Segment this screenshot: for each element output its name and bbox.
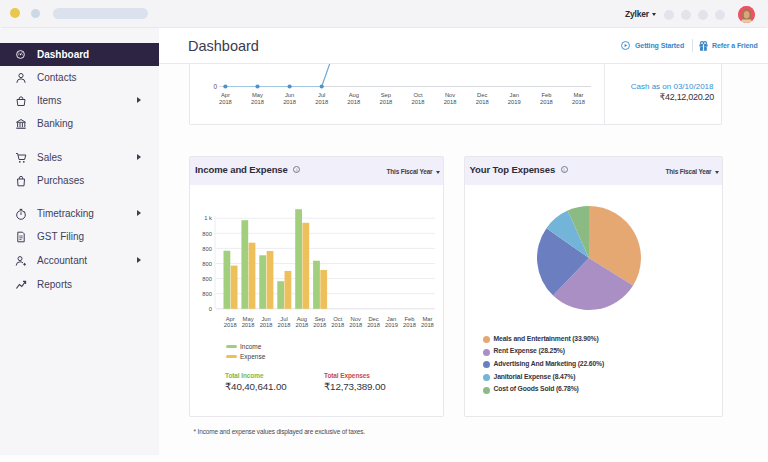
svg-text:Jun: Jun xyxy=(285,91,294,97)
svg-text:2018: 2018 xyxy=(224,322,237,328)
svg-text:Apr: Apr xyxy=(221,91,230,97)
svg-text:2018: 2018 xyxy=(540,98,553,104)
svg-text:Jan: Jan xyxy=(510,91,519,97)
svg-text:2018: 2018 xyxy=(349,322,362,328)
svg-text:800: 800 xyxy=(202,291,212,297)
svg-text:2018: 2018 xyxy=(444,98,457,104)
svg-text:800: 800 xyxy=(202,231,212,237)
svg-text:2018: 2018 xyxy=(242,322,255,328)
svg-text:2018: 2018 xyxy=(412,98,425,104)
svg-text:2018: 2018 xyxy=(347,98,360,104)
svg-text:1 k: 1 k xyxy=(204,215,212,221)
svg-text:2018: 2018 xyxy=(313,322,326,328)
svg-text:800: 800 xyxy=(202,246,212,252)
svg-text:2018: 2018 xyxy=(219,98,232,104)
svg-text:0: 0 xyxy=(213,83,217,90)
svg-text:May: May xyxy=(252,91,263,97)
svg-text:Jul: Jul xyxy=(318,91,325,97)
svg-text:2018: 2018 xyxy=(403,322,416,328)
svg-text:Oct: Oct xyxy=(413,91,422,97)
svg-text:Nov: Nov xyxy=(445,91,455,97)
svg-text:2018: 2018 xyxy=(367,322,380,328)
svg-text:2018: 2018 xyxy=(295,322,308,328)
svg-text:2018: 2018 xyxy=(251,98,264,104)
svg-text:2018: 2018 xyxy=(572,98,585,104)
svg-text:800: 800 xyxy=(202,261,212,267)
svg-text:2018: 2018 xyxy=(331,322,344,328)
svg-text:2018: 2018 xyxy=(315,98,328,104)
svg-text:2018: 2018 xyxy=(379,98,392,104)
svg-text:2018: 2018 xyxy=(476,98,489,104)
svg-text:2019: 2019 xyxy=(508,98,521,104)
svg-text:2018: 2018 xyxy=(278,322,291,328)
svg-text:2018: 2018 xyxy=(260,322,273,328)
svg-text:Sep: Sep xyxy=(381,91,391,97)
svg-text:800: 800 xyxy=(202,276,212,282)
svg-text:Feb: Feb xyxy=(541,91,551,97)
svg-text:Aug: Aug xyxy=(349,91,359,97)
svg-text:Dec: Dec xyxy=(477,91,487,97)
svg-text:2018: 2018 xyxy=(421,322,434,328)
svg-text:0: 0 xyxy=(209,306,212,312)
svg-text:Mar: Mar xyxy=(574,91,584,97)
svg-text:2018: 2018 xyxy=(283,98,296,104)
svg-text:2019: 2019 xyxy=(385,322,398,328)
